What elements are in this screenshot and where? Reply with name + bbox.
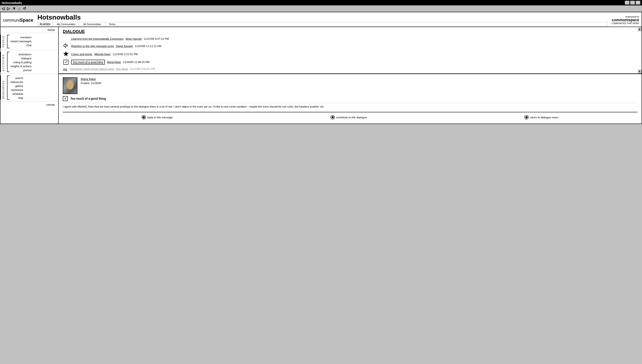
places-label: PLACES: <box>38 22 53 26</box>
dialogue-item-date-2: 11/22/00 2:21:51 PM <box>112 52 138 56</box>
back-button[interactable]: ◁ <box>2 6 4 11</box>
contribute-label: contribute to this dialogue <box>336 116 367 119</box>
action-buttons: reply to this message contribute to this… <box>63 112 638 120</box>
sidebar-item-schedule[interactable]: schedule <box>12 92 23 96</box>
checkbox-icon-inner: ✓ <box>64 60 68 65</box>
sidebar-item-members[interactable]: members <box>20 36 32 39</box>
sidebar-item-chat[interactable]: chat <box>26 44 32 47</box>
sidebar-bracket-people <box>7 35 10 48</box>
maximize-button[interactable]: □ <box>630 1 635 4</box>
dialogue-item-title-1[interactable]: Reaction to the new message icons <box>71 44 114 48</box>
post-date: Posted: 11/26/00 <box>81 82 638 85</box>
dialogue-item-1: ? Reaction to the new message icons Davi… <box>63 43 638 49</box>
nav-tabs: PLACES: My Communities All Communities T… <box>38 22 607 26</box>
sidebar-item-climate[interactable]: climate <box>0 102 58 108</box>
sidebar-section-label-resources: RESOURCES <box>0 76 6 100</box>
post-checkbox-icon-inner: ✓ <box>63 96 68 101</box>
sidebar-item-gallery[interactable]: gallery <box>15 84 23 88</box>
tab-terms[interactable]: Terms <box>105 22 120 26</box>
sidebar-items-people: members instant messages chat <box>7 35 35 48</box>
dialogue-item-4: 📷 Somebody surely knows about colors Eri… <box>63 67 638 71</box>
scroll-arrows: ▲ ▼ <box>638 27 642 74</box>
return-label: return to dialogue menu <box>530 116 558 119</box>
reply-label: reply to this message <box>147 116 173 119</box>
post-title-row: ✓ Too much of a good thing <box>63 96 638 101</box>
sidebar-section-activities: ACTIVITIES brainstorm dialogue voting & … <box>0 50 58 74</box>
contribute-button[interactable]: contribute to this dialogue <box>329 114 368 120</box>
dialogue-item-title-4[interactable]: Somebody surely knows about colors <box>70 68 114 70</box>
post-checkbox-icon: ✓ <box>63 96 68 101</box>
sidebar-section-label-people: PEOPLE <box>0 35 6 48</box>
minimize-button[interactable]: _ <box>625 1 630 4</box>
sidebar-item-references[interactable]: references <box>10 80 23 84</box>
post-author-name[interactable]: Maria Rapp <box>81 78 638 81</box>
dialogue-section: DIALOGUE Learning from the Hotsnowballs … <box>59 27 642 74</box>
sidebar-item-bookstore[interactable]: bookstore <box>11 88 23 92</box>
site-title: Hotsnowballs <box>38 14 607 21</box>
camera-icon: 📷 <box>63 67 68 71</box>
dialogue-item-author-0[interactable]: Brian Harrold <box>126 37 142 40</box>
sidebar-item-search[interactable]: search <box>15 76 23 80</box>
sidebar-items-list-resources: search references gallery bookstore sche… <box>10 76 26 100</box>
dialogue-item-title-0[interactable]: Learning from the Hotsnowballs Conversio… <box>71 37 124 40</box>
logo-communi: communi <box>3 18 20 22</box>
dialogue-item-date-4: 11/27/00 3:54:51 PM <box>130 68 155 70</box>
post-title: Too much of a good thing <box>70 97 106 100</box>
scroll-down-arrow[interactable]: ▼ <box>638 69 642 74</box>
svg-marker-2 <box>64 52 68 56</box>
sidebar-items-list-people: members instant messages chat <box>10 35 35 48</box>
sidebar-items-activities: brainstorm dialogue voting & polling ins… <box>7 52 35 72</box>
sidebar-item-dialogue[interactable]: dialogue <box>21 56 32 60</box>
header-center: Hotsnowballs PLACES: My Communities All … <box>38 14 607 26</box>
star-icon <box>63 51 69 58</box>
sidebar-section-resources: RESOURCES search references gallery book… <box>0 74 58 102</box>
logo-space: Space <box>20 18 33 23</box>
window-controls: _ □ ✕ <box>625 1 640 4</box>
forward-button[interactable]: ▷ <box>7 6 10 11</box>
close-button[interactable]: ✕ <box>636 1 640 4</box>
dialogue-item-date-3: 11/26/00 12:48:20 PM <box>123 60 150 64</box>
sidebar-items-list-activities: brainstorm dialogue voting & polling ins… <box>10 52 35 72</box>
sidebar-bracket-activities <box>7 52 10 72</box>
dialogue-item-author-2[interactable]: Mitchell Nash <box>94 52 110 56</box>
dialogue-item-date-0: 11/21/00 6:37:12 PM <box>144 37 169 40</box>
reply-icon <box>142 115 146 120</box>
brand-name: communispace <box>612 18 639 22</box>
dialogue-list: Learning from the Hotsnowballs Conversio… <box>63 36 638 71</box>
sidebar-item-brainstorm[interactable]: brainstorm <box>19 52 32 56</box>
tab-all-communities[interactable]: All Communities <box>79 22 105 26</box>
sidebar-item-instant-messages[interactable]: instant messages <box>10 40 32 43</box>
app-container: communiSpace Hotsnowballs PLACES: My Com… <box>0 12 642 124</box>
brand-tagline: COMMUNITIES THAT WORK <box>612 22 639 24</box>
window-titlebar: Hotsnowballs _ □ ✕ <box>0 0 642 6</box>
sidebar-item-help[interactable]: help <box>18 96 23 100</box>
question-arrow-icon: ? <box>63 43 69 49</box>
window-title: Hotsnowballs <box>2 1 22 4</box>
tab-my-communities[interactable]: My Communities <box>53 22 79 26</box>
dialogue-item-title-3[interactable]: Too much of a good thing <box>71 60 105 64</box>
reply-button[interactable]: reply to this message <box>140 114 174 120</box>
dialogue-title: DIALOGUE <box>63 29 638 34</box>
svg-text:?: ? <box>66 44 68 46</box>
sidebar: home PEOPLE members instant messages cha… <box>0 27 59 124</box>
stop-button[interactable]: ✕ <box>12 6 16 11</box>
checkbox-icon-list: ✓ <box>63 60 69 65</box>
return-button[interactable]: return to dialogue menu <box>523 114 560 120</box>
sidebar-bracket-resources <box>7 76 10 100</box>
refresh-button[interactable]: ↺ <box>23 6 26 11</box>
sidebar-item-insights[interactable]: insights & actions <box>10 64 32 68</box>
dialogue-item-author-1[interactable]: David Savage <box>116 44 133 48</box>
home-button[interactable]: ⌂ <box>18 6 20 11</box>
return-icon <box>524 115 528 120</box>
dialogue-item-author-4[interactable]: Eric Meat <box>116 68 128 70</box>
sidebar-item-journal[interactable]: journal <box>23 68 32 72</box>
dialogue-item-2: Colors and words Mitchell Nash 11/22/00 … <box>63 51 638 58</box>
dialogue-item-author-3[interactable]: Maria Rapp <box>107 60 121 64</box>
scroll-up-arrow[interactable]: ▲ <box>638 27 642 31</box>
dialogue-item-title-2[interactable]: Colors and words <box>71 52 92 56</box>
content-wrapper: home PEOPLE members instant messages cha… <box>0 27 642 124</box>
sidebar-item-home[interactable]: home <box>0 27 58 33</box>
sidebar-item-voting[interactable]: voting & polling <box>13 60 32 64</box>
dialogue-item-0: Learning from the Hotsnowballs Conversio… <box>63 36 638 41</box>
dialogue-item-3: ✓ Too much of a good thing Maria Rapp 11… <box>63 60 638 65</box>
